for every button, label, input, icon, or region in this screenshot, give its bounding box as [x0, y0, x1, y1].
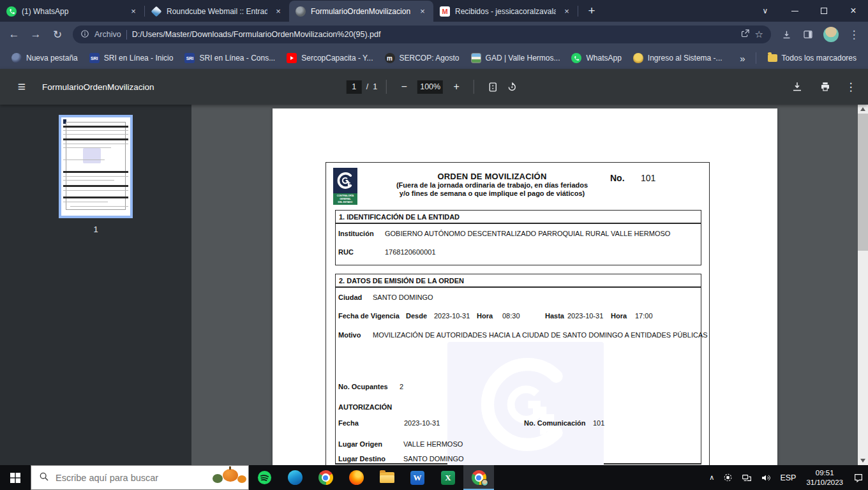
- origen-value: VALLE HERMOSO: [403, 440, 463, 448]
- zoom-in-icon[interactable]: +: [448, 78, 465, 95]
- fit-page-icon[interactable]: [483, 77, 502, 96]
- bookmarks-overflow-icon[interactable]: »: [736, 53, 749, 64]
- taskbar-chrome[interactable]: [310, 465, 341, 490]
- moodle-icon: m: [385, 53, 395, 63]
- action-center-icon[interactable]: [849, 465, 868, 490]
- minimize-button[interactable]: [780, 0, 809, 22]
- bookmark-label: Ingreso al Sistema -...: [648, 54, 722, 63]
- print-icon[interactable]: [816, 77, 835, 96]
- tab-gmail[interactable]: M Recibidos - jessicacoralzavala@g ×: [433, 1, 578, 22]
- profile-avatar[interactable]: [823, 27, 839, 42]
- system-tray: ∧ ESP 09:51 31/10/2023: [705, 465, 868, 490]
- rotate-icon[interactable]: [502, 77, 521, 96]
- address-bar[interactable]: Archivo D:/Users/Master/Downloads/Formul…: [73, 26, 771, 43]
- pdf-page: CONTRALORÍA GENERAL DEL ESTADO ORDEN DE …: [273, 108, 777, 465]
- url-divider: [126, 30, 127, 40]
- network-icon[interactable]: [737, 465, 756, 490]
- section2-title: 2. DATOS DE EMISIÓN DE LA ORDEN: [339, 277, 464, 285]
- institucion-label: Institución: [338, 230, 374, 237]
- taskbar-excel[interactable]: X: [433, 465, 463, 490]
- start-button[interactable]: [0, 465, 31, 490]
- forward-icon[interactable]: →: [27, 26, 45, 43]
- browser-menu-icon[interactable]: ⋮: [845, 26, 863, 43]
- download-icon[interactable]: [777, 26, 795, 43]
- close-button[interactable]: ×: [839, 0, 868, 22]
- file-info-icon[interactable]: [80, 29, 89, 40]
- tab-formulario-active[interactable]: FormularioOrdenMovilizacion ×: [289, 1, 433, 22]
- search-icon: [39, 471, 49, 484]
- taskbar-clock[interactable]: 09:51 31/10/2023: [800, 468, 849, 487]
- tab-close-icon[interactable]: ×: [128, 6, 139, 17]
- page-thumbnail[interactable]: [59, 115, 133, 218]
- gmail-icon: M: [440, 6, 450, 17]
- bookmark-sri-inicio[interactable]: SRI SRI en Línea - Inicio: [84, 50, 179, 66]
- motivo-label: Motivo: [338, 331, 361, 339]
- new-tab-button[interactable]: +: [582, 1, 601, 20]
- windows-taskbar: W X ∧ ESP 09:51 31/10/2023: [0, 465, 868, 490]
- taskbar-edge[interactable]: [280, 465, 310, 490]
- scrollbar-down-icon[interactable]: [858, 456, 868, 465]
- pdf-page-controls: 1 / 1 − 100% +: [347, 77, 521, 96]
- side-panel-icon[interactable]: [799, 26, 817, 43]
- restore-button[interactable]: [809, 0, 839, 22]
- tray-app-icon[interactable]: [719, 465, 737, 490]
- tab-roundcube[interactable]: Roundcube Webmail :: Entrada ×: [145, 1, 289, 22]
- all-bookmarks-button[interactable]: Todos los marcadores: [763, 51, 862, 65]
- bookmark-sercopcapacita[interactable]: SercopCapacita - Y...: [281, 50, 378, 66]
- bookmarks-divider: [756, 52, 756, 64]
- bookmark-whatsapp[interactable]: WhatsApp: [566, 50, 626, 66]
- destino-label: Lugar Destino: [338, 455, 385, 463]
- taskbar-search-box[interactable]: [31, 465, 249, 490]
- hora2-value: 17:00: [635, 312, 653, 320]
- scrollbar-up-icon[interactable]: [858, 105, 868, 114]
- pdf-toolbar-right: ⋮: [788, 77, 868, 96]
- bookmark-gad-valle-hermoso[interactable]: GAD | Valle Hermos...: [466, 50, 565, 66]
- reload-icon[interactable]: ↻: [49, 26, 66, 43]
- bookmark-nueva-pestana[interactable]: Nueva pestaña: [6, 50, 83, 66]
- page-number-input[interactable]: 1: [347, 80, 362, 94]
- hora2-label: Hora: [611, 312, 627, 320]
- globe-icon: [11, 53, 22, 63]
- excel-icon: X: [441, 471, 455, 485]
- back-icon[interactable]: ←: [5, 26, 23, 43]
- pdf-download-icon[interactable]: [788, 77, 807, 96]
- bookmark-sercop-agosto[interactable]: m SERCOP: Agosto: [380, 50, 465, 66]
- destino-value: SANTO DOMINGO: [403, 455, 464, 463]
- taskbar-firefox[interactable]: [341, 465, 371, 490]
- zoom-level-input[interactable]: 100%: [417, 80, 443, 94]
- autorizacion-title: AUTORIZACIÓN: [338, 403, 392, 411]
- bookmark-ingreso-sistema[interactable]: Ingreso al Sistema -...: [628, 50, 728, 66]
- all-bookmarks-label: Todos los marcadores: [782, 54, 857, 63]
- desde-value: 2023-10-31: [434, 312, 470, 320]
- pdf-more-icon[interactable]: ⋮: [844, 80, 858, 94]
- zoom-out-icon[interactable]: −: [396, 78, 412, 95]
- ocupantes-value: 2: [400, 383, 403, 390]
- taskbar-word[interactable]: W: [402, 465, 433, 490]
- tab-close-icon[interactable]: ×: [561, 6, 572, 17]
- bookmark-label: SERCOP: Agosto: [400, 54, 460, 63]
- clock-date: 31/10/2023: [806, 478, 843, 487]
- tab-close-icon[interactable]: ×: [273, 6, 284, 17]
- tab-close-icon[interactable]: ×: [417, 6, 428, 17]
- window-controls: ∨ ×: [751, 0, 868, 22]
- volume-icon[interactable]: [756, 465, 775, 490]
- bookmark-star-icon[interactable]: ☆: [755, 29, 763, 40]
- taskbar-file-explorer[interactable]: [371, 465, 402, 490]
- taskbar-chrome-active[interactable]: [463, 465, 494, 490]
- scrollbar-thumb[interactable]: [858, 114, 868, 251]
- vertical-scrollbar[interactable]: [858, 105, 868, 465]
- pdf-menu-icon[interactable]: ≡: [14, 79, 29, 94]
- file-explorer-icon: [380, 472, 394, 483]
- url-text[interactable]: D:/Users/Master/Downloads/FormularioOrde…: [132, 30, 735, 39]
- language-indicator[interactable]: ESP: [775, 465, 800, 490]
- search-input[interactable]: [56, 473, 200, 483]
- pdf-document-area: CONTRALORÍA GENERAL DEL ESTADO ORDEN DE …: [191, 105, 858, 465]
- comunicacion-value: 101: [593, 419, 604, 427]
- tray-expand-icon[interactable]: ∧: [705, 465, 719, 490]
- tab-whatsapp[interactable]: (1) WhatsApp ×: [0, 1, 144, 22]
- thumbnail-page-number: 1: [59, 225, 133, 234]
- bookmark-sri-consultas[interactable]: SRI SRI en Línea - Cons...: [179, 50, 280, 66]
- share-icon[interactable]: [740, 29, 750, 40]
- taskbar-spotify[interactable]: [249, 465, 280, 490]
- tab-search-chevron-icon[interactable]: ∨: [751, 0, 780, 22]
